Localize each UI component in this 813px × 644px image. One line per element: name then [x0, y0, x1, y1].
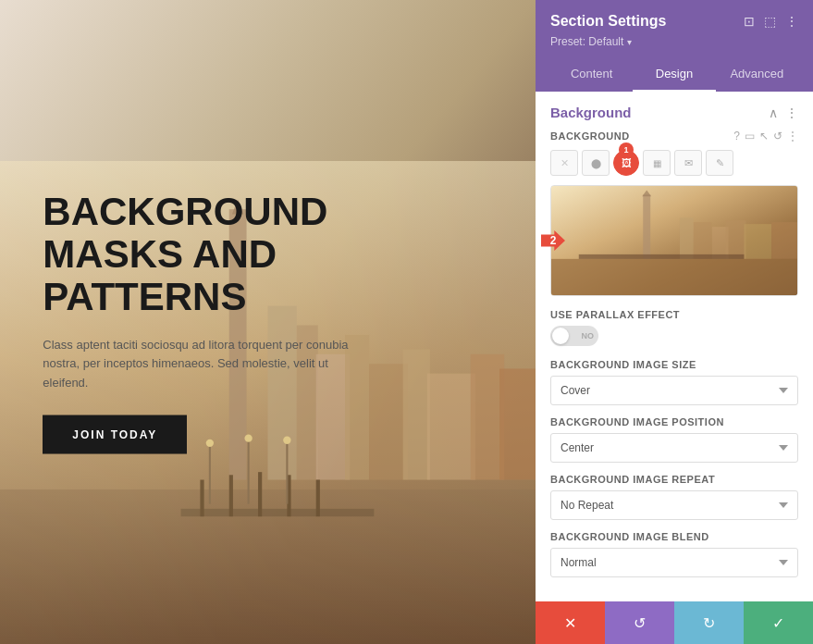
help-icon[interactable]: ? [733, 130, 740, 142]
panel-body: Background ∧ ⋮ Background ? ▭ ↖ ↺ ⋮ ✕ [536, 92, 813, 601]
section-title: Background [550, 105, 632, 120]
layout-icon[interactable]: ⬚ [764, 14, 776, 29]
save-icon: ↻ [703, 614, 715, 632]
section-more-icon[interactable]: ⋮ [785, 105, 798, 120]
image-repeat-field: Background Image Repeat No Repeat Repeat… [550, 474, 798, 531]
section-title-icons: ∧ ⋮ [769, 105, 798, 120]
page-overlay-content: BACKGROUND MASKS AND PATTERNS Class apte… [43, 191, 366, 454]
svg-rect-35 [579, 254, 745, 259]
bg-type-none[interactable]: ✕ [550, 150, 578, 176]
image-size-label: Background Image Size [550, 359, 798, 370]
image-repeat-select[interactable]: No Repeat Repeat Repeat X Repeat Y [550, 490, 798, 520]
image-position-label: Background Image Position [550, 416, 798, 427]
save-button[interactable]: ↻ [674, 601, 744, 644]
more-options-icon[interactable]: ⋮ [785, 14, 798, 29]
svg-rect-18 [316, 480, 320, 517]
bg-type-gradient[interactable]: ▦ [643, 150, 671, 176]
cancel-button[interactable]: ✕ [536, 601, 605, 644]
bg-type-tabs: ✕ ⬤ 🖼 1 ▦ ✉ ✎ [550, 150, 798, 176]
field-label-row: Background ? ▭ ↖ ↺ ⋮ [550, 130, 798, 142]
svg-rect-28 [680, 217, 694, 259]
panel-header-icons: ⊡ ⬚ ⋮ [744, 14, 798, 29]
svg-rect-11 [499, 368, 536, 479]
toggle-knob [552, 328, 569, 344]
svg-rect-14 [200, 480, 203, 517]
reset-button[interactable]: ↺ [605, 601, 674, 644]
image-blend-select[interactable]: Normal Multiply Screen Overlay [550, 548, 798, 577]
confirm-icon: ✓ [772, 614, 784, 632]
toggle-no-text: NO [582, 331, 595, 341]
bg-type-video[interactable]: ✉ [674, 150, 702, 176]
responsive-icon[interactable]: ⊡ [744, 14, 755, 29]
bg-type-color[interactable]: ⬤ [582, 150, 610, 176]
panel-footer: ✕ ↺ ↻ ✓ [536, 601, 813, 644]
field-label-icons: ? ▭ ↖ ↺ ⋮ [733, 130, 798, 142]
sub-text: Class aptent taciti sociosqu ad litora t… [43, 335, 366, 392]
image-size-field: Background Image Size Cover Contain Stre… [550, 359, 798, 416]
svg-rect-10 [471, 354, 505, 480]
panel-header: Section Settings ⊡ ⬚ ⋮ Preset: Default ▾… [536, 0, 813, 92]
more-field-icon[interactable]: ⋮ [787, 130, 798, 142]
reset-icon: ↺ [634, 614, 646, 632]
bg-preview-svg [551, 186, 797, 295]
join-today-button[interactable]: JOIN TODAY [43, 415, 187, 453]
svg-rect-26 [643, 194, 650, 258]
bg-type-pattern[interactable]: ✎ [706, 150, 733, 176]
collapse-icon[interactable]: ∧ [769, 105, 778, 120]
svg-rect-16 [258, 472, 262, 516]
svg-rect-9 [427, 374, 475, 480]
bg-image-preview[interactable] [550, 185, 798, 296]
tab-advanced[interactable]: Advanced [716, 57, 798, 92]
svg-rect-8 [403, 350, 430, 480]
preset-label: Preset: Default [550, 35, 623, 48]
svg-rect-34 [551, 259, 797, 295]
bg-preview-container: 2 [550, 185, 798, 296]
main-heading: BACKGROUND MASKS AND PATTERNS [43, 191, 366, 319]
svg-rect-13 [181, 509, 375, 516]
background-section: Background ∧ ⋮ Background ? ▭ ↖ ↺ ⋮ ✕ [536, 92, 813, 601]
svg-rect-31 [726, 220, 746, 259]
cancel-icon: ✕ [564, 614, 576, 632]
image-position-field: Background Image Position Center Top Lef… [550, 416, 798, 474]
image-blend-label: Background Image Blend [550, 531, 798, 542]
tab-content[interactable]: Content [550, 57, 633, 92]
cursor-icon[interactable]: ↖ [759, 130, 769, 142]
parallax-label: Use Parallax Effect [550, 309, 798, 320]
image-position-select[interactable]: Center Top Left Top Center Top Right Bot… [550, 433, 798, 463]
preset-arrow-icon[interactable]: ▾ [627, 37, 632, 47]
panel-tabs: Content Design Advanced [550, 57, 798, 92]
image-repeat-label: Background Image Repeat [550, 474, 798, 485]
undo-icon[interactable]: ↺ [773, 130, 782, 142]
preset-row: Preset: Default ▾ [550, 35, 798, 48]
parallax-toggle[interactable]: NO [550, 326, 598, 346]
badge-1: 1 [619, 142, 634, 157]
page-preview: BACKGROUND MASKS AND PATTERNS Class apte… [0, 0, 536, 644]
bg-type-image-wrapper: 🖼 1 [613, 150, 639, 176]
panel-title: Section Settings [550, 13, 666, 30]
confirm-button[interactable]: ✓ [744, 601, 813, 644]
svg-rect-29 [694, 222, 712, 259]
svg-rect-7 [369, 364, 408, 479]
settings-panel: Section Settings ⊡ ⬚ ⋮ Preset: Default ▾… [536, 0, 813, 644]
mobile-icon[interactable]: ▭ [745, 130, 755, 142]
svg-rect-15 [229, 475, 233, 516]
svg-rect-32 [744, 224, 771, 259]
svg-rect-33 [771, 222, 797, 259]
background-field-label: Background [550, 130, 630, 142]
tab-design[interactable]: Design [633, 57, 715, 92]
image-blend-field: Background Image Blend Normal Multiply S… [550, 531, 798, 588]
parallax-row: Use Parallax Effect NO [550, 309, 798, 346]
image-size-select[interactable]: Cover Contain Stretch Tile Actual Size [550, 376, 798, 405]
section-title-row: Background ∧ ⋮ [550, 105, 798, 120]
